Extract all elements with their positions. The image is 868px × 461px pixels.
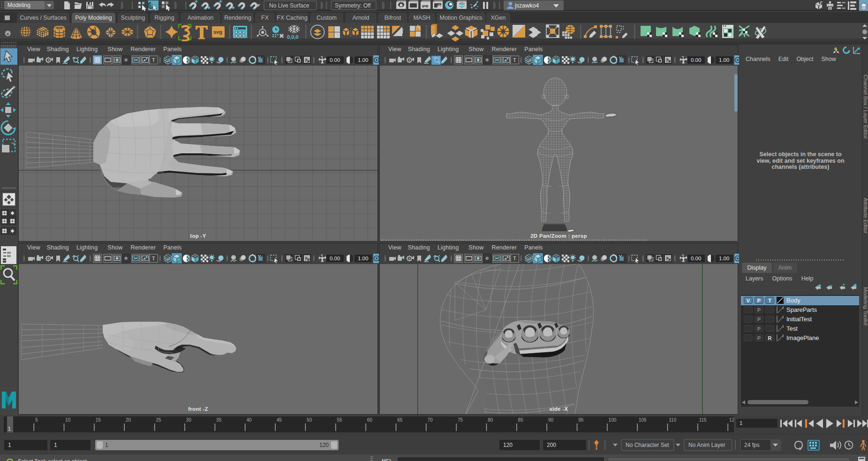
svg-text:85: 85 <box>518 417 524 423</box>
svg-text:70: 70 <box>428 417 433 423</box>
svg-text:55: 55 <box>337 417 343 423</box>
svg-text:T: T <box>152 256 155 261</box>
svg-text:30: 30 <box>186 417 192 423</box>
svg-text:IPR: IPR <box>422 4 429 8</box>
svg-text:svg: svg <box>213 29 222 35</box>
svg-text:0,0,0: 0,0,0 <box>287 34 298 40</box>
svg-text:No Character Set: No Character Set <box>626 442 669 448</box>
svg-text:1: 1 <box>8 426 11 431</box>
svg-text:20: 20 <box>126 417 131 423</box>
svg-text:65: 65 <box>397 417 403 423</box>
svg-text:45: 45 <box>277 417 282 423</box>
svg-text:115: 115 <box>699 417 707 423</box>
svg-text:75: 75 <box>458 417 463 423</box>
svg-text:90: 90 <box>548 417 554 423</box>
svg-text:No Live Surface: No Live Surface <box>269 2 309 9</box>
svg-text:80: 80 <box>488 417 493 423</box>
svg-text:50: 50 <box>307 417 312 423</box>
svg-text:25: 25 <box>156 417 161 423</box>
svg-text:110: 110 <box>669 417 676 423</box>
svg-text:Symmetry: Off: Symmetry: Off <box>335 2 371 9</box>
svg-text:No Anim Layer: No Anim Layer <box>688 442 725 448</box>
svg-text:24 fps: 24 fps <box>744 442 760 448</box>
svg-text:T: T <box>513 256 516 261</box>
svg-text:15: 15 <box>96 417 101 423</box>
svg-text:60: 60 <box>367 417 373 423</box>
svg-text:5: 5 <box>35 417 38 423</box>
svg-text:100: 100 <box>609 417 617 423</box>
svg-text:10: 10 <box>65 417 71 423</box>
svg-text:40: 40 <box>246 417 252 423</box>
svg-text:T: T <box>513 57 516 63</box>
svg-text:jszawko4: jszawko4 <box>514 2 539 9</box>
svg-text:105: 105 <box>639 417 647 423</box>
svg-text:120: 120 <box>729 417 734 423</box>
svg-text:35: 35 <box>216 417 222 423</box>
svg-text:95: 95 <box>578 417 584 423</box>
svg-text:T: T <box>152 57 155 63</box>
